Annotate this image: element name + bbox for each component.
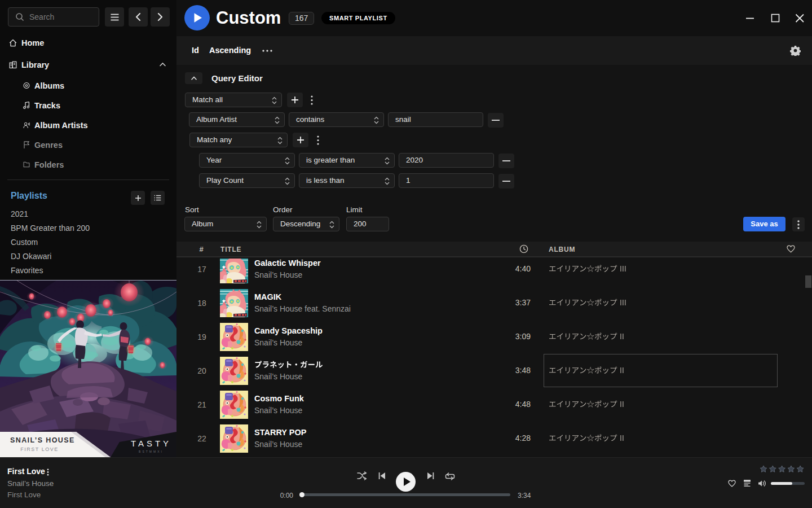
svg-text:BSTMMXI: BSTMMXI <box>139 450 164 453</box>
svg-text:TASTY: TASTY <box>131 439 171 448</box>
svg-text:SNAIL’S HOUSE: SNAIL’S HOUSE <box>10 436 75 444</box>
svg-text:FIRST LOVE: FIRST LOVE <box>20 446 58 452</box>
